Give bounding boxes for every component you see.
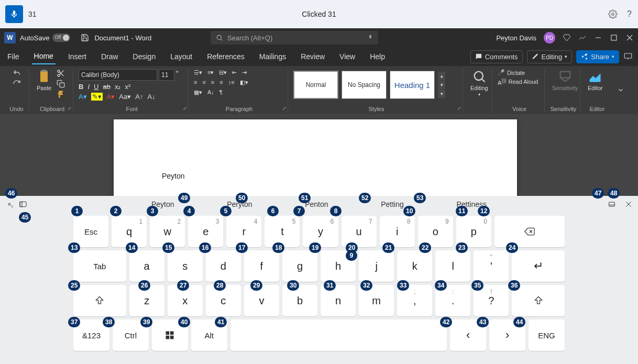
key-esc[interactable]: Esc xyxy=(73,216,108,247)
mic-button[interactable] xyxy=(5,5,23,23)
key-enter[interactable]: ↵ xyxy=(512,250,565,282)
styles-dialog-launcher[interactable]: ⤢ xyxy=(457,106,461,111)
key-space[interactable] xyxy=(230,319,447,351)
font-color-button[interactable]: A▾ xyxy=(107,93,115,101)
styles-more[interactable]: ▾ xyxy=(438,90,445,98)
osk-close-icon[interactable] xyxy=(624,200,633,208)
key-g[interactable]: g xyxy=(282,250,317,282)
key-u[interactable]: 7u xyxy=(342,216,377,247)
cut-icon[interactable] xyxy=(57,69,65,78)
style-no-spacing[interactable]: No Spacing xyxy=(342,71,387,99)
key-t[interactable]: 5t xyxy=(265,216,300,247)
text-effects-button[interactable]: A▾ xyxy=(79,93,87,101)
bullets-button[interactable]: ☰▾ xyxy=(194,69,202,76)
key-a[interactable]: a xyxy=(129,250,164,282)
diamond-icon[interactable] xyxy=(563,34,571,42)
maximize-button[interactable] xyxy=(610,34,618,42)
increase-indent-button[interactable]: ⇥ xyxy=(242,69,247,76)
copy-icon[interactable] xyxy=(57,80,65,88)
change-case-button[interactable]: Aa▾ xyxy=(119,93,131,101)
share-button[interactable]: Share▾ xyxy=(576,50,619,63)
format-painter-icon[interactable] xyxy=(57,90,65,98)
dictate-button[interactable]: 🎤Dictate xyxy=(498,69,525,76)
help-icon[interactable]: ? xyxy=(627,9,632,19)
key-y[interactable]: 6y xyxy=(303,216,338,247)
key-shift-left[interactable] xyxy=(73,285,126,316)
key-v[interactable]: v xyxy=(244,285,279,316)
tab-references[interactable]: References xyxy=(205,49,247,64)
decrease-indent-button[interactable]: ⇤ xyxy=(232,69,237,76)
autosave-toggle[interactable]: Off xyxy=(52,34,70,42)
show-marks-button[interactable]: ¶ xyxy=(219,89,223,96)
sensitivity-button[interactable]: Sensitivity xyxy=(550,69,580,91)
key-s[interactable]: s xyxy=(168,250,203,282)
sort-button[interactable]: A↓ xyxy=(207,89,214,96)
tab-draw[interactable]: Draw xyxy=(99,49,120,64)
align-center-button[interactable]: ≡ xyxy=(202,79,205,86)
line-spacing-button[interactable]: ↕≡ xyxy=(228,79,235,86)
subscript-button[interactable]: x₂ xyxy=(115,83,121,91)
font-dialog-launcher[interactable]: ⤢ xyxy=(183,106,187,111)
align-left-button[interactable]: ≡ xyxy=(194,79,197,86)
highlight-button[interactable]: ✎▾ xyxy=(91,93,103,101)
grow-font-button[interactable]: A↑ xyxy=(135,93,143,101)
settings-icon[interactable] xyxy=(608,9,618,19)
tab-insert[interactable]: Insert xyxy=(66,49,89,64)
search-mic-icon[interactable] xyxy=(367,34,374,41)
key-shift-right[interactable] xyxy=(512,285,565,316)
style-heading-1[interactable]: Heading 1 xyxy=(390,71,435,99)
styles-down[interactable]: ▾ xyxy=(438,81,445,89)
superscript-button[interactable]: x² xyxy=(125,83,130,91)
paste-button[interactable]: Paste xyxy=(35,69,53,91)
key-l[interactable]: l xyxy=(435,250,470,282)
borders-button[interactable]: ▦▾ xyxy=(194,89,202,96)
paragraph-dialog-launcher[interactable]: ⤢ xyxy=(282,106,287,111)
tab-home[interactable]: Home xyxy=(32,49,56,64)
read-aloud-button[interactable]: A)))Read Aloud xyxy=(498,78,538,86)
collapse-ribbon-icon[interactable] xyxy=(614,86,628,94)
key-d[interactable]: d xyxy=(206,250,241,282)
editing-mode-button[interactable]: Editing▾ xyxy=(527,50,573,63)
save-icon[interactable] xyxy=(81,34,89,42)
editor-button[interactable]: Editor xyxy=(586,69,605,91)
align-right-button[interactable]: ≡ xyxy=(211,79,214,86)
italic-button[interactable]: I xyxy=(87,83,90,91)
close-button[interactable] xyxy=(625,34,634,42)
present-icon[interactable] xyxy=(623,52,633,61)
key-b[interactable]: b xyxy=(282,285,317,316)
key-j[interactable]: j xyxy=(359,250,394,282)
user-avatar[interactable]: PD xyxy=(544,32,555,43)
tab-mailings[interactable]: Mailings xyxy=(257,49,288,64)
shading-button[interactable]: ◧▾ xyxy=(240,79,248,86)
tab-review[interactable]: Review xyxy=(299,49,327,64)
style-normal[interactable]: Normal xyxy=(293,71,338,99)
redo-icon[interactable] xyxy=(12,80,21,88)
suggestion-4[interactable]: Petting xyxy=(381,200,404,208)
underline-button[interactable]: U xyxy=(94,83,98,91)
clipboard-dialog-launcher[interactable]: ⤢ xyxy=(68,106,72,111)
font-name-select[interactable] xyxy=(79,69,157,81)
search-box[interactable]: Search (Alt+Q) xyxy=(211,31,378,45)
key-tab[interactable]: Tab xyxy=(73,250,126,282)
key-apostrophe[interactable]: "' xyxy=(474,250,509,282)
font-size-select[interactable] xyxy=(159,69,174,81)
styles-up[interactable]: ▴ xyxy=(438,72,445,80)
justify-button[interactable]: ≡ xyxy=(219,79,223,86)
strikethrough-button[interactable]: ab xyxy=(103,83,110,91)
tab-view[interactable]: View xyxy=(337,49,357,64)
numbering-button[interactable]: ≡▾ xyxy=(207,69,214,76)
multilevel-button[interactable]: ⊟▾ xyxy=(219,69,227,76)
key-k[interactable]: k xyxy=(397,250,432,282)
osk-settings-icon[interactable] xyxy=(5,200,14,208)
tab-layout[interactable]: Layout xyxy=(168,49,194,64)
osk-layout-icon[interactable] xyxy=(19,200,27,208)
tab-design[interactable]: Design xyxy=(131,49,158,64)
shrink-font-button[interactable]: A↓ xyxy=(147,93,155,101)
minimize-button[interactable] xyxy=(594,34,602,42)
comments-button[interactable]: Comments xyxy=(470,50,523,63)
coming-soon-icon[interactable] xyxy=(578,34,587,42)
key-backspace[interactable] xyxy=(494,216,565,247)
undo-icon[interactable] xyxy=(12,69,22,78)
tab-help[interactable]: Help xyxy=(368,49,387,64)
tab-file[interactable]: File xyxy=(5,49,21,64)
